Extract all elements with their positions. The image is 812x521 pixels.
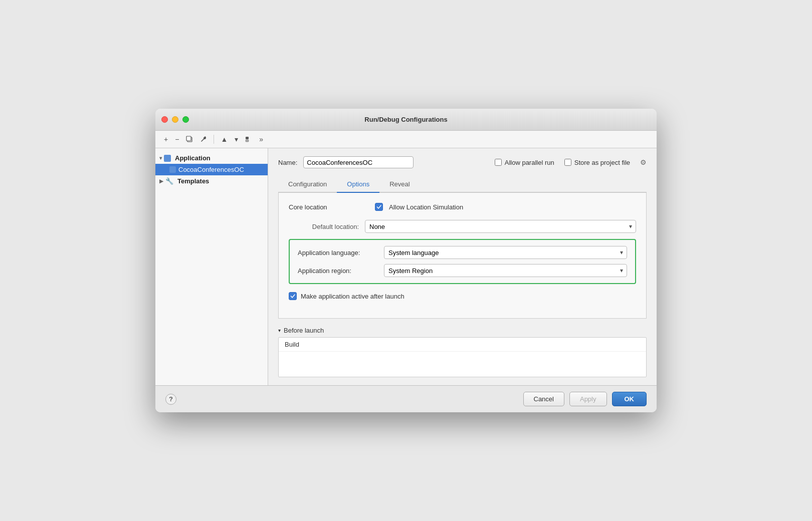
svg-rect-3: [246, 140, 249, 142]
allow-parallel-label: Allow parallel run: [505, 159, 554, 166]
maximize-button[interactable]: [182, 116, 189, 123]
toolbar-separator: [214, 135, 214, 144]
default-location-dropdown-wrapper: None Custom Location...: [365, 220, 636, 233]
app-region-label: Application region:: [298, 267, 378, 275]
checkmark-icon: [376, 204, 381, 209]
sidebar-item-cocoa[interactable]: CocoaConferencesOC: [155, 164, 268, 175]
make-active-label: Make application active after launch: [301, 293, 404, 300]
minimize-button[interactable]: [172, 116, 178, 123]
before-launch-list: Build: [278, 337, 647, 377]
titlebar: Run/Debug Configurations: [155, 109, 657, 131]
footer: ? Cancel Apply OK: [155, 385, 657, 412]
more-button[interactable]: »: [257, 134, 266, 145]
app-language-select[interactable]: System language English French: [384, 246, 627, 259]
svg-rect-1: [186, 136, 191, 141]
chevron-down-icon: ▾: [159, 155, 162, 161]
footer-right: Cancel Apply OK: [523, 392, 647, 406]
default-location-select[interactable]: None Custom Location...: [365, 220, 636, 233]
move-down-button[interactable]: ▾: [232, 134, 241, 145]
name-label: Name:: [278, 159, 297, 166]
gear-icon[interactable]: ⚙: [640, 158, 647, 166]
name-row: Name: Allow parallel run Store as projec…: [278, 156, 647, 168]
app-language-dropdown-wrapper: System language English French: [384, 246, 627, 259]
before-launch-label: Before launch: [284, 327, 324, 334]
tab-content: Core location Allow Location Simulation …: [278, 193, 647, 319]
footer-left: ?: [165, 394, 176, 405]
make-active-checkmark-icon: [290, 294, 295, 299]
config-icon: [169, 166, 176, 173]
allow-location-label: Allow Location Simulation: [389, 203, 463, 211]
window-title: Run/Debug Configurations: [364, 116, 447, 123]
move-up-button[interactable]: ▲: [218, 134, 230, 145]
run-debug-configurations-window: Run/Debug Configurations + − ▲ ▾ »: [155, 109, 657, 412]
help-button[interactable]: ?: [165, 394, 176, 405]
before-launch-item-build: Build: [279, 338, 646, 352]
tab-options[interactable]: Options: [337, 176, 379, 193]
before-launch-header: ▾ Before launch: [278, 327, 647, 334]
allow-location-checkbox[interactable]: [375, 203, 383, 211]
move-icon: [245, 136, 252, 143]
sidebar-item-label: CocoaConferencesOC: [178, 166, 244, 173]
move-button[interactable]: [243, 134, 255, 144]
make-active-row: Make application active after launch: [289, 292, 636, 300]
svg-rect-2: [246, 137, 249, 139]
app-region-select[interactable]: System Region United States United Kingd…: [384, 264, 627, 277]
add-config-button[interactable]: +: [161, 134, 170, 145]
sidebar-group-label: Application: [175, 154, 211, 162]
name-input[interactable]: [303, 156, 414, 168]
chevron-right-icon: ▶: [159, 178, 163, 184]
allow-parallel-checkbox-label[interactable]: Allow parallel run: [495, 159, 554, 166]
before-launch-section: ▾ Before launch Build: [278, 327, 647, 377]
application-folder-icon: [164, 155, 171, 162]
store-project-checkbox[interactable]: [564, 159, 571, 166]
remove-config-button[interactable]: −: [172, 134, 181, 145]
core-location-row: Core location Allow Location Simulation: [289, 203, 636, 211]
app-region-dropdown-wrapper: System Region United States United Kingd…: [384, 264, 627, 277]
sidebar: ▾ Application CocoaConferencesOC ▶ 🔧 Tem…: [155, 148, 268, 385]
detail-panel: Name: Allow parallel run Store as projec…: [268, 148, 657, 385]
default-location-label: Default location:: [289, 223, 359, 230]
store-project-label: Store as project file: [574, 159, 630, 166]
templates-group-label: Templates: [177, 177, 209, 185]
templates-wrench-icon: 🔧: [165, 177, 173, 185]
app-language-row: Application language: System language En…: [298, 246, 627, 259]
language-region-box: Application language: System language En…: [289, 239, 636, 284]
make-active-checkbox[interactable]: [289, 292, 297, 300]
app-region-row: Application region: System Region United…: [298, 264, 627, 277]
core-location-label: Core location: [289, 203, 369, 211]
main-content: ▾ Application CocoaConferencesOC ▶ 🔧 Tem…: [155, 148, 657, 385]
wrench-icon: [200, 136, 207, 143]
cancel-button[interactable]: Cancel: [523, 392, 564, 406]
toolbar: + − ▲ ▾ »: [155, 131, 657, 148]
apply-button[interactable]: Apply: [569, 392, 607, 406]
wrench-button[interactable]: [197, 134, 210, 144]
allow-parallel-checkbox[interactable]: [495, 159, 502, 166]
copy-icon: [186, 136, 193, 143]
sidebar-group-templates[interactable]: ▶ 🔧 Templates: [155, 175, 268, 187]
default-location-row: Default location: None Custom Location..…: [289, 220, 636, 233]
sidebar-group-application[interactable]: ▾ Application: [155, 152, 268, 164]
window-controls: [161, 116, 189, 123]
tab-bar: Configuration Options Reveal: [278, 176, 647, 193]
tab-reveal[interactable]: Reveal: [379, 176, 420, 193]
tab-configuration[interactable]: Configuration: [278, 176, 337, 193]
app-language-label: Application language:: [298, 249, 378, 256]
copy-config-button[interactable]: [183, 134, 195, 144]
name-row-right: Allow parallel run Store as project file…: [495, 158, 647, 166]
before-launch-chevron-icon: ▾: [278, 328, 281, 333]
ok-button[interactable]: OK: [612, 392, 647, 406]
store-project-checkbox-label[interactable]: Store as project file: [564, 159, 630, 166]
close-button[interactable]: [161, 116, 168, 123]
